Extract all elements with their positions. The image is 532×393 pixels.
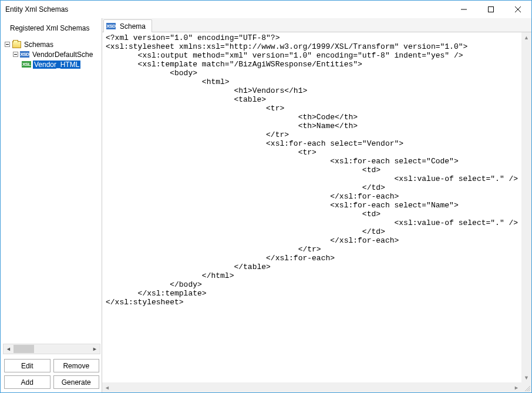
tree-view[interactable]: Schemas XSD VendorDefaultSche XSL Vendor… [2,38,102,344]
horizontal-scrollbar[interactable]: ◄ ► [102,382,521,392]
folder-icon [12,41,21,49]
close-icon [515,6,521,12]
vertical-scrollbar[interactable]: ▲ ▼ [521,32,531,382]
code-area: <?xml version="1.0" encoding="UTF-8"?> <… [102,32,531,392]
minimize-button[interactable] [450,1,477,18]
sidebar-heading: Registered Xml Schemas [2,18,102,38]
tab-schema[interactable]: XSD Schema [103,19,152,32]
scroll-up-icon[interactable]: ▲ [521,32,531,42]
tree-horizontal-scrollbar[interactable]: ◄ ► [3,344,100,354]
tree-node-schemas[interactable]: Schemas [4,39,102,49]
body-area: Registered Xml Schemas Schemas XSD Vendo… [1,18,531,392]
close-button[interactable] [504,1,531,18]
tree-label-schemas: Schemas [23,41,55,49]
expander-icon[interactable] [12,51,19,58]
add-button[interactable]: Add [4,375,50,389]
titlebar[interactable]: Entity Xml Schemas [1,1,531,18]
tab-label: Schema [120,22,146,31]
left-panel: Registered Xml Schemas Schemas XSD Vendo… [1,18,102,392]
grip-icon [524,385,530,391]
minimize-icon [461,6,467,12]
maximize-button[interactable] [477,1,504,18]
button-panel: Edit Remove Add Generate [2,357,102,392]
scroll-right-icon[interactable]: ► [511,382,521,392]
window-title: Entity Xml Schemas [5,5,450,14]
window-controls [450,1,531,18]
generate-button[interactable]: Generate [53,375,100,389]
scroll-down-icon[interactable]: ▼ [521,372,531,382]
xsd-icon: XSD [106,23,116,29]
tree-node-xsl[interactable]: XSL Vendor_HTML [4,59,102,69]
scroll-right-icon[interactable]: ► [90,344,100,354]
right-panel: XSD Schema <?xml version="1.0" encoding=… [102,18,531,392]
resize-grip[interactable] [521,382,531,392]
tree-label-xsd: VendorDefaultSche [31,51,94,59]
expander-icon[interactable] [4,41,11,48]
xsd-icon: XSD [20,51,29,58]
scroll-left-icon[interactable]: ◄ [4,344,14,354]
code-editor[interactable]: <?xml version="1.0" encoding="UTF-8"?> <… [102,32,521,382]
xsl-icon: XSL [22,61,31,68]
scroll-thumb[interactable] [14,345,34,353]
maximize-icon [488,6,494,12]
window-frame: Entity Xml Schemas Registered Xml Schema… [0,0,532,393]
scroll-left-icon[interactable]: ◄ [102,382,112,392]
edit-button[interactable]: Edit [4,359,50,372]
tab-bar: XSD Schema [102,18,531,32]
remove-button[interactable]: Remove [53,359,100,372]
svg-rect-1 [489,7,494,12]
tree-node-xsd[interactable]: XSD VendorDefaultSche [4,49,102,59]
tree-label-xsl: Vendor_HTML [33,61,80,69]
